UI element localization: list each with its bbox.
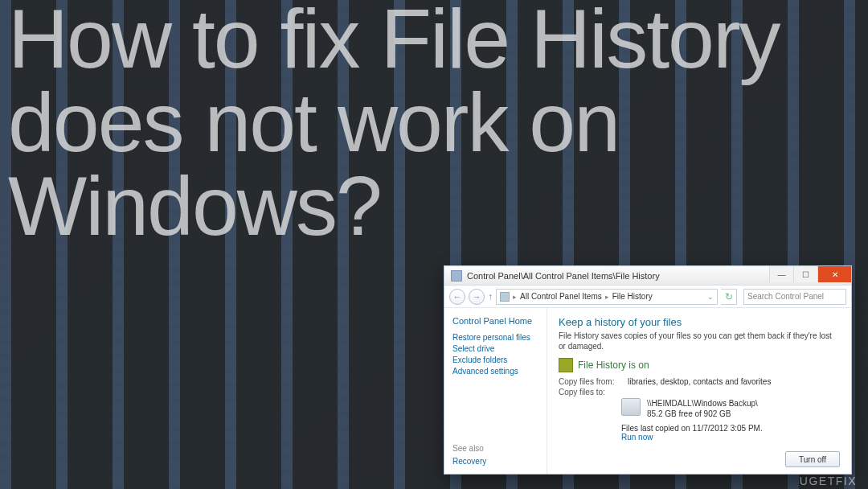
copy-from-row: Copy files from: libraries, desktop, con… bbox=[559, 377, 840, 386]
window-title: Control Panel\All Control Panel Items\Fi… bbox=[467, 271, 660, 281]
copy-from-value: libraries, desktop, contacts and favorit… bbox=[628, 377, 771, 386]
breadcrumb-level2[interactable]: File History bbox=[612, 292, 653, 301]
refresh-button[interactable]: ↻ bbox=[721, 289, 737, 305]
minimize-button[interactable]: — bbox=[769, 266, 793, 282]
forward-button[interactable]: → bbox=[469, 289, 485, 305]
headline-text: How to fix File History does not work on… bbox=[8, 0, 812, 248]
window-controls: — ☐ ✕ bbox=[769, 266, 851, 282]
up-button[interactable]: ↑ bbox=[488, 291, 493, 302]
breadcrumb-sep: ▸ bbox=[605, 293, 609, 301]
copy-from-label: Copy files from: bbox=[559, 377, 621, 386]
search-input[interactable]: Search Control Panel bbox=[743, 289, 846, 305]
back-button[interactable]: ← bbox=[449, 289, 465, 305]
close-button[interactable]: ✕ bbox=[817, 266, 851, 282]
sidebar-select-drive-link[interactable]: Select drive bbox=[452, 344, 538, 353]
address-bar[interactable]: ▸ All Control Panel Items ▸ File History… bbox=[496, 289, 718, 305]
sidebar-advanced-settings-link[interactable]: Advanced settings bbox=[452, 367, 538, 376]
last-copied-text: Files last copied on 11/7/2012 3:05 PM. bbox=[621, 424, 840, 433]
breadcrumb-sep: ▸ bbox=[513, 293, 517, 301]
drive-row: \\HEIMDALL\Windows Backup\ 85.2 GB free … bbox=[559, 398, 840, 419]
copy-to-row: Copy files to: bbox=[559, 388, 840, 397]
control-panel-home-link[interactable]: Control Panel Home bbox=[452, 316, 538, 326]
copy-to-label: Copy files to: bbox=[559, 388, 621, 397]
sidebar-exclude-folders-link[interactable]: Exclude folders bbox=[452, 355, 538, 364]
breadcrumb-level1[interactable]: All Control Panel Items bbox=[520, 292, 602, 301]
maximize-button[interactable]: ☐ bbox=[793, 266, 817, 282]
drive-icon bbox=[621, 398, 641, 416]
status-on-icon bbox=[559, 358, 573, 372]
nav-toolbar: ← → ↑ ▸ All Control Panel Items ▸ File H… bbox=[444, 286, 851, 308]
sidebar: Control Panel Home Restore personal file… bbox=[444, 308, 547, 474]
file-history-icon bbox=[451, 270, 462, 281]
content-heading: Keep a history of your files bbox=[559, 316, 840, 328]
file-history-window: Control Panel\All Control Panel Items\Fi… bbox=[444, 265, 852, 475]
turn-off-button[interactable]: Turn off bbox=[785, 451, 840, 467]
window-body: Control Panel Home Restore personal file… bbox=[444, 308, 851, 474]
watermark-text: UGETFIX bbox=[800, 475, 857, 487]
search-placeholder: Search Control Panel bbox=[747, 292, 824, 301]
content-pane: Keep a history of your files File Histor… bbox=[547, 308, 851, 474]
run-now-link[interactable]: Run now bbox=[621, 433, 840, 442]
content-description: File History saves copies of your files … bbox=[559, 331, 840, 351]
drive-info: \\HEIMDALL\Windows Backup\ 85.2 GB free … bbox=[647, 398, 758, 419]
sidebar-restore-link[interactable]: Restore personal files bbox=[452, 333, 538, 342]
window-titlebar[interactable]: Control Panel\All Control Panel Items\Fi… bbox=[444, 266, 851, 286]
status-text: File History is on bbox=[578, 360, 649, 371]
drive-free: 85.2 GB free of 902 GB bbox=[647, 409, 758, 419]
see-also-label: See also bbox=[452, 444, 538, 453]
control-panel-icon bbox=[500, 292, 510, 302]
status-row: File History is on bbox=[559, 358, 840, 372]
chevron-down-icon[interactable]: ⌄ bbox=[707, 293, 714, 301]
sidebar-recovery-link[interactable]: Recovery bbox=[452, 457, 538, 466]
drive-path: \\HEIMDALL\Windows Backup\ bbox=[647, 398, 758, 409]
